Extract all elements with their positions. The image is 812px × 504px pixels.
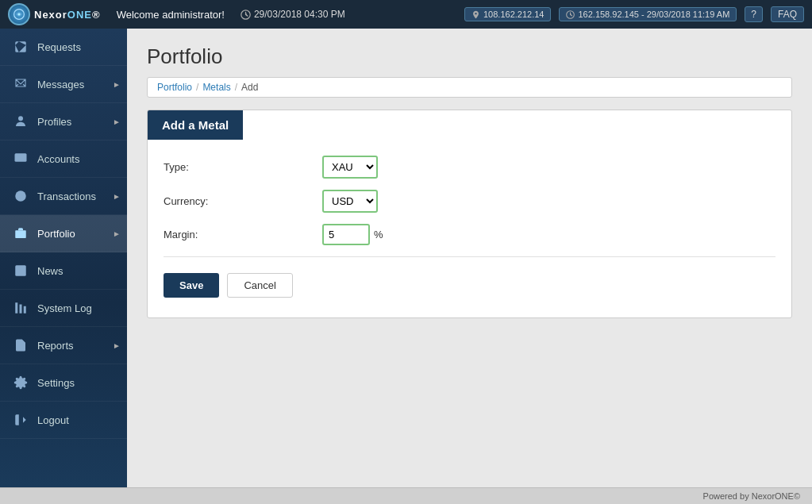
sidebar-item-settings[interactable]: Settings	[0, 364, 127, 402]
sidebar-item-systemlog[interactable]: System Log	[0, 290, 127, 327]
margin-label: Margin:	[164, 229, 322, 240]
sidebar: Requests Messages ► Profiles ► Accounts	[0, 29, 127, 487]
sidebar-item-requests[interactable]: Requests	[0, 29, 127, 66]
sidebar-label-settings: Settings	[37, 377, 115, 389]
transactions-icon	[12, 187, 29, 205]
currency-control-wrap: USD EUR GBP JPY	[322, 190, 378, 213]
sidebar-label-accounts: Accounts	[37, 153, 115, 165]
sidebar-label-profiles: Profiles	[37, 116, 115, 128]
header-session: 162.158.92.145 - 29/03/2018 11:19 AM	[559, 7, 737, 21]
svg-rect-7	[15, 230, 26, 238]
breadcrumb-portfolio[interactable]: Portfolio	[157, 82, 192, 93]
header-ip: 108.162.212.14	[464, 7, 551, 21]
logout-icon	[12, 411, 29, 429]
sidebar-item-messages[interactable]: Messages ►	[0, 66, 127, 103]
svg-point-1	[17, 13, 20, 15]
portfolio-arrow-icon: ►	[113, 229, 121, 238]
form-row-currency: Currency: USD EUR GBP JPY	[164, 190, 775, 213]
sidebar-label-reports: Reports	[37, 340, 115, 352]
messages-icon	[12, 75, 29, 93]
sidebar-label-logout: Logout	[37, 414, 115, 426]
form-row-margin: Margin: %	[164, 224, 775, 245]
sidebar-label-messages: Messages	[37, 79, 115, 90]
logo-icon	[8, 3, 30, 25]
messages-arrow-icon: ►	[113, 80, 121, 89]
breadcrumb-add: Add	[241, 82, 258, 93]
margin-input[interactable]	[322, 224, 370, 245]
sidebar-item-accounts[interactable]: Accounts	[0, 140, 127, 178]
profiles-arrow-icon: ►	[113, 117, 121, 126]
page-title: Portfolio	[147, 44, 792, 69]
form-row-type: Type: XAU XAG XPT XPD	[164, 156, 775, 179]
systemlog-icon	[12, 299, 29, 317]
header: NexorONE® Welcome administrator! 29/03/2…	[0, 0, 812, 29]
form-card: Add a Metal Type: XAU XAG XPT XPD	[147, 110, 792, 318]
cancel-button[interactable]: Cancel	[227, 273, 292, 298]
margin-control-wrap: %	[322, 224, 383, 245]
sidebar-item-transactions[interactable]: Transactions ►	[0, 178, 127, 215]
sidebar-label-requests: Requests	[37, 41, 115, 53]
form-divider	[164, 256, 775, 257]
sidebar-item-profiles[interactable]: Profiles ►	[0, 103, 127, 140]
accounts-icon	[12, 150, 29, 167]
type-label: Type:	[164, 161, 322, 173]
breadcrumb-metals[interactable]: Metals	[202, 82, 230, 93]
sidebar-label-portfolio: Portfolio	[37, 228, 115, 240]
reports-icon	[12, 337, 29, 354]
currency-label: Currency:	[164, 195, 322, 207]
sidebar-item-logout[interactable]: Logout	[0, 402, 127, 439]
logo-text: NexorONE®	[34, 9, 101, 21]
logo: NexorONE®	[8, 3, 101, 25]
form-card-body: Type: XAU XAG XPT XPD Currency:	[148, 140, 791, 317]
svg-point-4	[18, 116, 23, 121]
transactions-arrow-icon: ►	[113, 192, 121, 201]
sidebar-item-reports[interactable]: Reports ►	[0, 327, 127, 364]
footer: Powered by NexorONE©	[0, 487, 812, 504]
header-welcome: Welcome administrator!	[117, 9, 225, 21]
percent-label: %	[374, 229, 383, 240]
save-button[interactable]: Save	[164, 273, 219, 298]
form-actions: Save Cancel	[164, 269, 775, 302]
sidebar-label-news: News	[37, 265, 115, 277]
news-icon	[12, 262, 29, 279]
svg-rect-10	[20, 305, 22, 314]
sidebar-item-news[interactable]: News	[0, 252, 127, 290]
help-button[interactable]: ?	[745, 6, 763, 22]
svg-rect-9	[15, 302, 17, 314]
type-select[interactable]: XAU XAG XPT XPD	[322, 156, 378, 179]
body-layout: Requests Messages ► Profiles ► Accounts	[0, 29, 812, 487]
sidebar-label-transactions: Transactions	[37, 190, 115, 202]
main-content: Portfolio Portfolio / Metals / Add Add a…	[127, 29, 812, 487]
faq-button[interactable]: FAQ	[771, 6, 804, 22]
breadcrumb-sep-2: /	[235, 82, 237, 93]
portfolio-icon	[12, 225, 29, 242]
profiles-icon	[12, 113, 29, 130]
breadcrumb: Portfolio / Metals / Add	[147, 77, 792, 98]
reports-arrow-icon: ►	[113, 341, 121, 350]
footer-text: Powered by NexorONE©	[703, 491, 800, 501]
sidebar-item-portfolio[interactable]: Portfolio ►	[0, 215, 127, 252]
breadcrumb-sep-1: /	[196, 82, 198, 93]
sidebar-label-systemlog: System Log	[37, 302, 115, 314]
currency-select[interactable]: USD EUR GBP JPY	[322, 190, 378, 213]
settings-icon	[12, 374, 29, 391]
svg-rect-11	[24, 306, 26, 314]
header-datetime: 29/03/2018 04:30 PM	[241, 9, 345, 20]
svg-rect-5	[15, 153, 27, 162]
requests-icon	[12, 38, 29, 56]
type-control-wrap: XAU XAG XPT XPD	[322, 156, 378, 179]
form-card-header: Add a Metal	[148, 110, 243, 140]
